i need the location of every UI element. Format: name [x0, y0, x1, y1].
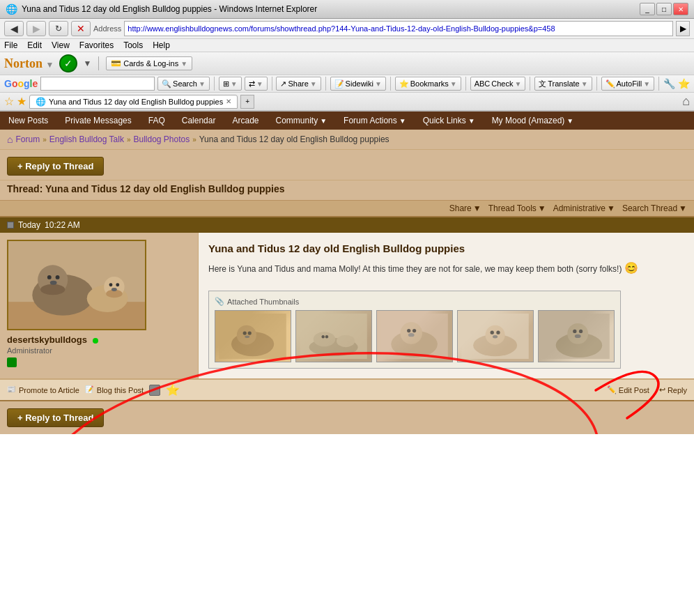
breadcrumb-talk[interactable]: English Bulldog Talk — [49, 134, 124, 144]
menu-help[interactable]: Help — [153, 40, 170, 50]
nav-arcade[interactable]: Arcade — [224, 111, 267, 130]
nav-faq[interactable]: FAQ — [140, 111, 174, 130]
home-icon[interactable]: ⌂ — [682, 94, 690, 109]
address-label: Address — [93, 24, 121, 33]
share-button[interactable]: ↗ Share ▼ — [276, 77, 321, 91]
tab-label: Yuna and Tidus 12 day old English Bulldo… — [49, 98, 223, 106]
thumbnail-4[interactable] — [457, 310, 534, 362]
post-message-area: Yuna and Tidus 12 day old English Bulldo… — [199, 233, 694, 378]
google-search-button[interactable]: 🔍 Search ▼ — [157, 77, 210, 91]
toolbar-separator-4 — [390, 77, 391, 91]
reply-label: Reply — [668, 386, 687, 394]
reply-thread-button-bottom[interactable]: + Reply to Thread — [7, 408, 104, 427]
search-icon: 🔍 — [162, 79, 171, 88]
username: desertskybulldogs — [7, 334, 87, 345]
norton-arrow[interactable]: ▼ — [83, 59, 91, 68]
blog-post-button[interactable]: 📝 Blog this Post — [85, 385, 144, 395]
forward-button[interactable]: ▶ — [26, 21, 46, 36]
translate-icon: 文 — [539, 79, 546, 89]
thread-title: Thread: Yuna and Tidus 12 day old Englis… — [0, 180, 694, 200]
svg-point-37 — [493, 335, 498, 338]
reply-thread-button-top[interactable]: + Reply to Thread — [7, 157, 104, 176]
thumbnails-row — [215, 310, 615, 362]
check-button[interactable]: ABC Check ▼ — [470, 77, 526, 91]
minimize-button[interactable]: _ — [640, 3, 655, 15]
reply-button[interactable]: ↩ Reply — [659, 385, 687, 394]
username-row: desertskybulldogs — [7, 334, 98, 346]
forum-actions-arrow: ▼ — [399, 117, 406, 125]
promote-icon: 📰 — [7, 385, 17, 395]
nav-private-messages[interactable]: Private Messages — [56, 111, 139, 130]
toolbar-extra-button[interactable]: ⊞ ▼ — [219, 77, 242, 91]
post-date-icon — [7, 222, 14, 229]
breadcrumb-forum[interactable]: Forum — [15, 134, 40, 144]
share-tool[interactable]: Share ▼ — [449, 203, 481, 213]
nav-forum-actions-label: Forum Actions — [344, 116, 397, 125]
toolbar-wrench-icon[interactable]: 🔧 — [663, 78, 675, 89]
user-role: Administrator — [7, 346, 52, 355]
nav-faq-label: FAQ — [148, 116, 165, 125]
new-tab-button[interactable]: + — [240, 95, 254, 109]
svg-point-23 — [337, 334, 355, 347]
thumbnail-1[interactable] — [215, 310, 291, 362]
google-logo: Google — [4, 78, 38, 89]
promote-article-button[interactable]: 📰 Promote to Article — [7, 385, 79, 395]
toolbar-separator-5 — [465, 77, 466, 91]
administrative-arrow: ▼ — [607, 203, 615, 213]
breadcrumb-photos[interactable]: Bulldog Photos — [133, 134, 190, 144]
svg-point-30 — [412, 329, 416, 332]
address-input[interactable] — [124, 21, 673, 36]
autofill-button[interactable]: ✏️ AutoFill ▼ — [601, 77, 655, 91]
menu-view[interactable]: View — [52, 40, 70, 50]
edit-post-button[interactable]: ✏️ Edit Post — [607, 385, 649, 394]
svg-point-22 — [314, 332, 336, 346]
nav-calendar-label: Calendar — [182, 116, 216, 125]
nav-new-posts[interactable]: New Posts — [0, 111, 56, 130]
refresh-button[interactable]: ↻ — [49, 21, 68, 36]
nav-new-posts-label: New Posts — [8, 116, 48, 125]
maximize-button[interactable]: □ — [656, 3, 672, 15]
breadcrumb-sep-2: » — [127, 136, 131, 144]
svg-point-4 — [40, 284, 65, 295]
nav-calendar[interactable]: Calendar — [174, 111, 224, 130]
menu-tools[interactable]: Tools — [123, 40, 143, 50]
thumbnail-2[interactable] — [295, 310, 372, 362]
thread-tools-tool[interactable]: Thread Tools ▼ — [488, 203, 546, 213]
browser-tab[interactable]: 🌐 Yuna and Tidus 12 day old English Bull… — [29, 95, 238, 109]
nav-community[interactable]: Community ▼ — [267, 111, 335, 130]
thumbnail-3[interactable] — [376, 310, 453, 362]
close-button[interactable]: ✕ — [673, 3, 688, 15]
translate-button[interactable]: 文 Translate ▼ — [534, 77, 592, 91]
breadcrumb-home-icon[interactable]: ⌂ — [7, 134, 13, 145]
nav-forum-actions[interactable]: Forum Actions ▼ — [335, 111, 415, 130]
norton-cards-button[interactable]: 💳 Cards & Log-ins ▼ — [106, 56, 192, 70]
google-search-input[interactable] — [40, 77, 155, 91]
menu-file[interactable]: File — [4, 40, 17, 50]
sidewiki-button[interactable]: 📝 Sidewiki ▼ — [330, 77, 386, 91]
thumbnail-5[interactable] — [538, 310, 615, 362]
footer-star[interactable]: ⭐ — [166, 383, 180, 396]
back-button[interactable]: ◀ — [4, 21, 24, 36]
menu-favorites[interactable]: Favorites — [79, 40, 114, 50]
svg-point-31 — [408, 333, 415, 337]
administrative-tool[interactable]: Administrative ▼ — [553, 203, 615, 213]
toolbar-star-icon[interactable]: ⭐ — [678, 78, 690, 89]
share-label: Share — [288, 79, 308, 88]
toolbar-arrows-button[interactable]: ⇄ ▼ — [245, 77, 268, 91]
menu-edit[interactable]: Edit — [27, 40, 42, 50]
svg-point-18 — [248, 331, 252, 334]
edit-label: Edit Post — [619, 386, 649, 394]
tab-close-button[interactable]: ✕ — [226, 98, 231, 105]
post-body-text: Here is Yuna and Tidus and mama Molly! A… — [208, 264, 622, 274]
go-button[interactable]: ▶ — [676, 21, 690, 36]
nav-quick-links[interactable]: Quick Links ▼ — [415, 111, 484, 130]
paperclip-icon: 📎 — [215, 297, 224, 306]
svg-point-19 — [245, 335, 250, 338]
favorites-star-2[interactable]: ★ — [17, 95, 26, 108]
stop-button[interactable]: ✕ — [71, 21, 91, 36]
bookmarks-button[interactable]: ⭐ Bookmarks ▼ — [395, 77, 461, 91]
nav-my-mood[interactable]: My Mood (Amazed) ▼ — [484, 111, 583, 130]
breadcrumb-current: Yuna and Tidus 12 day old English Bulldo… — [199, 134, 390, 144]
favorites-star-1[interactable]: ☆ — [4, 95, 14, 108]
search-thread-tool[interactable]: Search Thread ▼ — [622, 203, 687, 213]
